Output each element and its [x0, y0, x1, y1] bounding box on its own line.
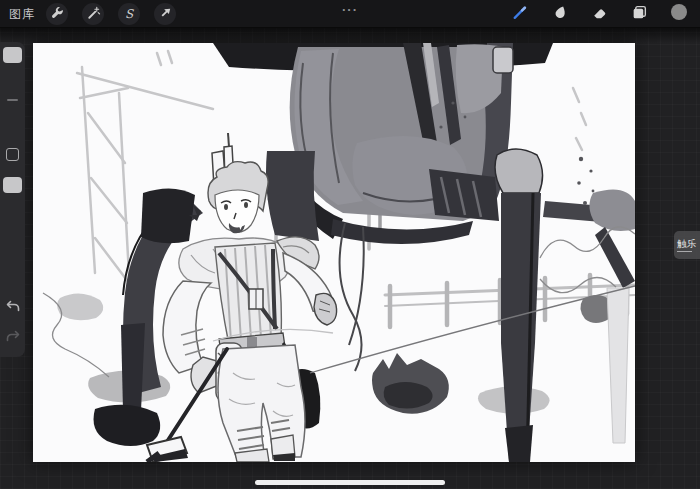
- wrench-icon: [50, 6, 65, 21]
- top-toolbar: 图库 S ···: [0, 0, 700, 28]
- eraser-icon: [591, 4, 608, 25]
- procreate-app-window: 图库 S ···: [0, 0, 700, 489]
- canvas-menu-dots[interactable]: ···: [342, 2, 358, 17]
- smudge-tool-button[interactable]: [548, 3, 570, 25]
- undo-button[interactable]: [4, 300, 21, 317]
- transform-arrow-icon: [158, 6, 173, 21]
- magic-wand-icon: [86, 6, 101, 21]
- gallery-button[interactable]: 图库: [9, 6, 35, 23]
- selection-button[interactable]: S: [118, 3, 140, 25]
- undo-icon: [5, 299, 21, 319]
- layers-icon: [631, 4, 648, 25]
- opacity-slider[interactable]: [3, 177, 22, 193]
- watermark-subline: [677, 251, 692, 252]
- paint-tool-button[interactable]: [508, 3, 530, 25]
- layers-button[interactable]: [628, 3, 650, 25]
- watermark-badge: 触乐: [674, 231, 700, 259]
- transform-button[interactable]: [154, 3, 176, 25]
- rubble-sketch: [372, 353, 449, 414]
- brush-sidebar: [0, 42, 25, 357]
- home-indicator[interactable]: [255, 480, 445, 485]
- slider-tick: [7, 99, 18, 101]
- redo-button[interactable]: [4, 330, 21, 347]
- brush-size-slider[interactable]: [3, 47, 22, 63]
- watermark-label: 触乐: [677, 239, 696, 249]
- smudge-icon: [551, 4, 568, 25]
- artwork-sketch: [33, 43, 635, 462]
- erase-tool-button[interactable]: [588, 3, 610, 25]
- brush-icon: [511, 4, 528, 25]
- drawing-canvas[interactable]: [33, 43, 635, 462]
- mech-sketch: [94, 43, 636, 462]
- color-swatch-button[interactable]: [668, 3, 690, 25]
- modify-button[interactable]: [6, 148, 19, 161]
- actions-button[interactable]: [46, 3, 68, 25]
- redo-icon: [5, 329, 21, 349]
- selection-s-icon: S: [125, 8, 133, 20]
- adjustments-button[interactable]: [82, 3, 104, 25]
- color-swatch: [670, 3, 688, 25]
